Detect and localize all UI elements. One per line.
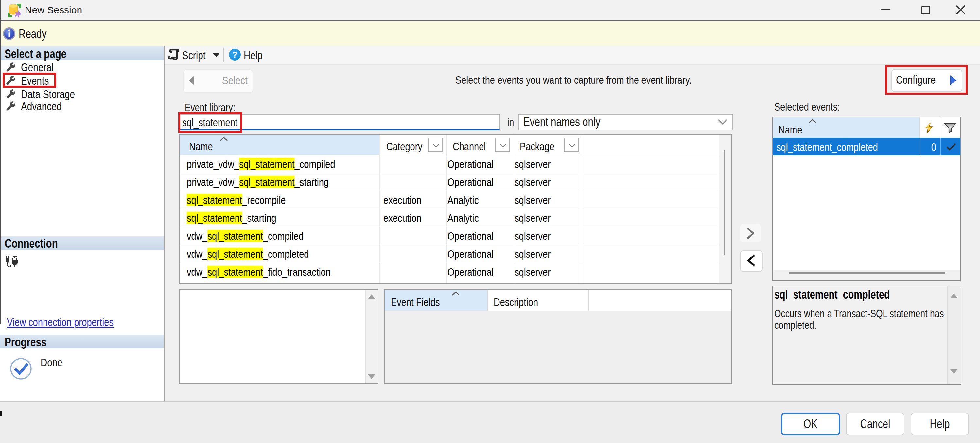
svg-text:?: ? [232, 50, 237, 59]
